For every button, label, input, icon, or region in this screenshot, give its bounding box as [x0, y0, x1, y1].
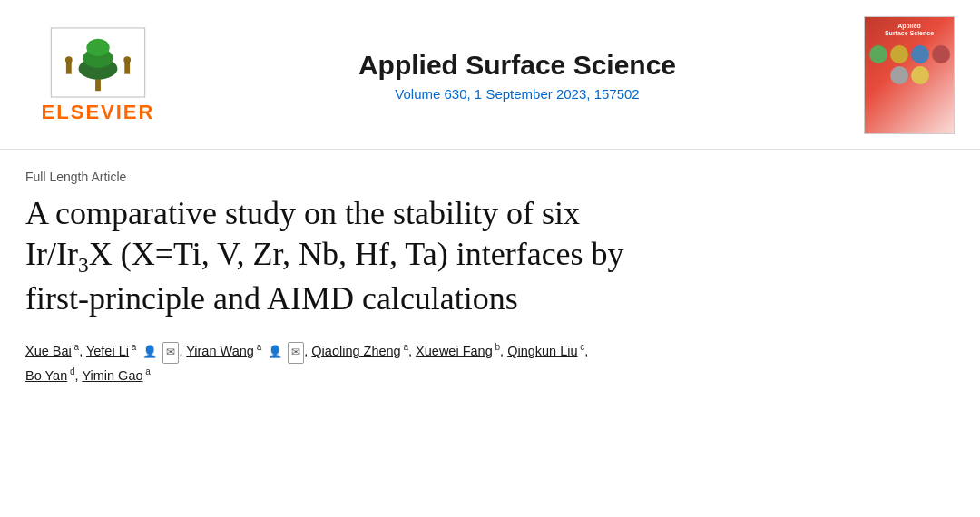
author-sup-yimin-gao: a	[143, 366, 151, 376]
article-title: A comparative study on the stability of …	[25, 193, 955, 319]
cover-decoration	[868, 45, 950, 84]
article-title-line3: first-principle and AIMD calculations	[25, 280, 518, 317]
author-yiran-wang: Yiran Wang a 👤 ✉,	[186, 344, 311, 358]
journal-cover[interactable]: AppliedSurface Science	[864, 16, 955, 134]
svg-rect-9	[124, 63, 130, 74]
author-link-yimin-gao[interactable]: Yimin Gao	[82, 368, 142, 383]
author-link-qiaoling-zheng[interactable]: Qiaoling Zheng	[311, 344, 400, 358]
author-yimin-gao: Yimin Gao a	[82, 368, 151, 383]
author-sup-yefei-li: a	[129, 343, 136, 353]
journal-info: Applied Surface Science Volume 630, 1 Se…	[171, 50, 864, 102]
author-sup-xue-bai: a	[72, 343, 79, 353]
author-qingkun-liu: Qingkun Liu c,	[507, 344, 588, 358]
author-sup-qingkun-liu: c	[578, 343, 585, 353]
journal-meta[interactable]: Volume 630, 1 September 2023, 157502	[171, 86, 864, 102]
elsevier-wordmark: ELSEVIER	[42, 101, 155, 124]
cover-circle-6	[911, 66, 929, 84]
journal-header: ELSEVIER Applied Surface Science Volume …	[0, 0, 980, 150]
svg-rect-7	[66, 63, 72, 74]
svg-point-6	[65, 56, 73, 63]
article-type-label: Full Length Article	[25, 170, 955, 184]
author-qiaoling-zheng: Qiaoling Zheng a,	[311, 344, 416, 358]
elsevier-tree-image	[48, 26, 148, 99]
author-sup-yiran-wang: a	[254, 343, 261, 353]
author-sup-qiaoling-zheng: a	[401, 343, 408, 353]
journal-cover-inner: AppliedSurface Science	[865, 17, 954, 133]
author-link-xuewei-fang[interactable]: Xuewei Fang	[416, 344, 493, 358]
author-link-bo-yan[interactable]: Bo Yan	[25, 368, 67, 383]
cover-circle-1	[869, 45, 887, 63]
author-link-yiran-wang[interactable]: Yiran Wang	[186, 344, 254, 358]
article-body: Full Length Article A comparative study …	[0, 150, 980, 405]
svg-point-5	[86, 39, 109, 57]
subscript-3: 3	[78, 253, 89, 277]
profile-icon-yefei-li[interactable]: 👤	[142, 341, 157, 362]
authors-line: Xue Bai a, Yefei Li a 👤 ✉, Yiran Wang a …	[25, 339, 955, 387]
svg-point-8	[123, 56, 131, 63]
cover-circle-3	[911, 45, 929, 63]
cover-circle-2	[890, 45, 908, 63]
cover-circle-4	[932, 45, 950, 63]
email-icon-yefei-li[interactable]: ✉	[162, 342, 179, 364]
author-sup-bo-yan: d	[67, 366, 74, 376]
author-xue-bai: Xue Bai a,	[25, 344, 86, 358]
author-sup-xuewei-fang: b	[493, 343, 500, 353]
author-bo-yan: Bo Yan d,	[25, 368, 82, 383]
author-link-yefei-li[interactable]: Yefei Li	[86, 344, 129, 358]
author-link-xue-bai[interactable]: Xue Bai	[25, 344, 72, 358]
cover-title: AppliedSurface Science	[885, 23, 934, 38]
elsevier-logo: ELSEVIER	[25, 26, 171, 124]
article-title-line2: Ir/Ir3X (X=Ti, V, Zr, Nb, Hf, Ta) interf…	[25, 236, 624, 272]
article-title-line1: A comparative study on the stability of …	[25, 195, 580, 231]
author-link-qingkun-liu[interactable]: Qingkun Liu	[507, 344, 577, 358]
profile-icon-yiran-wang[interactable]: 👤	[268, 341, 282, 362]
journal-title: Applied Surface Science	[171, 50, 864, 81]
email-icon-yiran-wang[interactable]: ✉	[288, 342, 304, 364]
author-yefei-li: Yefei Li a 👤 ✉,	[86, 344, 186, 358]
cover-circle-5	[890, 66, 908, 84]
author-xuewei-fang: Xuewei Fang b,	[416, 344, 507, 358]
